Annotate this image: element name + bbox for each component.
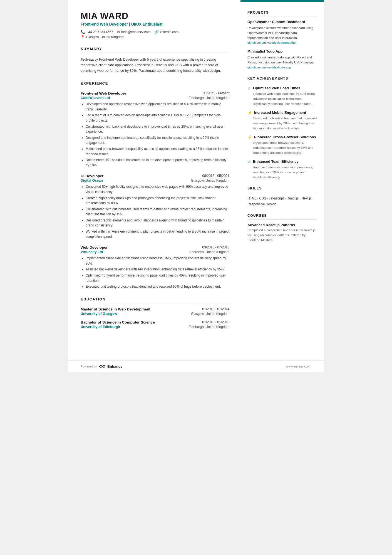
- edu-date-2: 01/2010 - 01/2013: [202, 320, 229, 324]
- edu-degree-1: Master of Science in Web Development: [81, 307, 150, 311]
- exp-date-3: 03/2015 - 07/2018: [202, 245, 229, 249]
- achievement-title-3: Pioneered Cross-Browser Solutions: [254, 135, 316, 140]
- exp-entry-2: UI Developer 08/2018 - 05/2021 Digital O…: [81, 174, 229, 239]
- code-icon-2: ⚡: [247, 110, 252, 115]
- exp-entry-1: Front-end Web Developer 06/2021 - Presen…: [81, 91, 229, 168]
- project-title-2: Minimalist Todo App: [247, 49, 317, 54]
- achievement-title-4: Enhanced Team Efficiency: [253, 159, 299, 164]
- projects-section: PROJECTS OpenWeather Custom Dashboard De…: [247, 11, 317, 70]
- achievement-header-4: ☆ Enhanced Team Efficiency: [247, 159, 317, 164]
- phone-number: +44 20 7123 4567: [86, 30, 113, 34]
- projects-title: PROJECTS: [247, 11, 317, 14]
- exp-location-2: Glasgow, United Kingdom: [191, 179, 229, 182]
- exp-date-1: 06/2021 - Present: [203, 91, 229, 95]
- edu-entry-1: Master of Science in Web Development 01/…: [81, 307, 229, 316]
- project-entry-1: OpenWeather Custom Dashboard Developed a…: [247, 20, 317, 45]
- achievement-header-3: ⚡ Pioneered Cross-Browser Solutions: [247, 135, 317, 140]
- edu-school-2: University of Edinburgh: [81, 325, 120, 329]
- linkedin-icon: 🔗: [154, 30, 159, 34]
- achievement-entry-3: ⚡ Pioneered Cross-Browser Solutions Deve…: [247, 135, 317, 155]
- bullet-item: Maintained cross-browser compatibility a…: [86, 146, 229, 157]
- summary-text: Tech-savvy Front-end Web Developer with …: [81, 57, 229, 73]
- courses-section: COURSES Advanced React.js Patterns Compl…: [247, 214, 317, 243]
- exp-entry-3: Web Developer 03/2015 - 07/2018 Virtuosi…: [81, 245, 229, 289]
- linkedin-url: linkedin.com: [160, 30, 178, 34]
- candidate-tagline: Front-end Web Developer | UI/UX Enthusia…: [81, 22, 229, 26]
- candidate-name: MIA WARD: [81, 11, 229, 21]
- exp-title-1: Front-end Web Developer: [81, 91, 126, 95]
- course-title-1: Advanced React.js Patterns: [247, 223, 317, 227]
- exp-title-2: UI Developer: [81, 174, 104, 178]
- project-link-2: github.com/miwarddev/todo-app: [247, 66, 291, 69]
- exp-location-1: Edinburgh, United Kingdom: [188, 96, 229, 100]
- courses-divider: [247, 219, 317, 219]
- right-col-content: PROJECTS OpenWeather Custom Dashboard De…: [240, 2, 324, 258]
- skills-title: SKILLS: [247, 186, 317, 190]
- email-item: ✉ help@enhancv.com: [117, 30, 150, 34]
- achievement-header-1: ☆ Optimised Web Load Times: [247, 86, 317, 91]
- experience-section: EXPERIENCE Front-end Web Developer 06/20…: [81, 81, 229, 289]
- project-desc-2: Created a minimalist todo app with React…: [247, 55, 317, 70]
- resume-header: MIA WARD Front-end Web Developer | UI/UX…: [81, 11, 229, 39]
- exp-date-2: 08/2018 - 05/2021: [202, 174, 229, 178]
- email-icon: ✉: [117, 30, 120, 34]
- left-column: MIA WARD Front-end Web Developer | UI/UX…: [68, 0, 240, 360]
- footer-left: Powered by Enhancv: [81, 364, 122, 369]
- linkedin-item: 🔗 linkedin.com: [154, 30, 178, 34]
- star-icon-4: ☆: [247, 159, 251, 164]
- edu-header-1: Master of Science in Web Development 01/…: [81, 307, 229, 311]
- exp-location-3: Aberdeen, United Kingdom: [189, 250, 229, 254]
- courses-title: COURSES: [247, 214, 317, 218]
- education-title: EDUCATION: [81, 297, 229, 301]
- education-section: EDUCATION Master of Science in Web Devel…: [81, 297, 229, 329]
- email-address: help@enhancv.com: [121, 30, 150, 34]
- exp-title-3: Web Developer: [81, 245, 108, 250]
- brand-name: Enhancv: [107, 364, 122, 369]
- skills-section: SKILLS HTML · CSS · Javascript · React.j…: [247, 186, 317, 207]
- education-divider: [81, 303, 229, 303]
- bullet-item: Assisted back-end developers with API in…: [86, 267, 229, 272]
- project-title-1: OpenWeather Custom Dashboard: [247, 20, 317, 24]
- exp-company-3: Virtuosity Ltd: [81, 250, 103, 254]
- exp-header-2: UI Developer 08/2018 - 05/2021: [81, 174, 229, 178]
- achievements-section: KEY ACHIEVEMENTS ☆ Optimised Web Load Ti…: [247, 77, 317, 180]
- exp-bullets-3: Implemented client-side applications usi…: [81, 256, 229, 289]
- edu-degree-2: Bachelor of Science in Computer Science: [81, 320, 155, 324]
- achievement-desc-1: Reduced web page load time by 30% using …: [247, 92, 317, 106]
- skills-divider: [247, 192, 317, 192]
- bullet-item: Converted 50+ high-fidelity designs into…: [86, 184, 229, 194]
- achievement-desc-2: Designed mobile-first features that incr…: [247, 116, 317, 131]
- achievement-title-1: Optimised Web Load Times: [253, 86, 300, 91]
- edu-location-2: Edinburgh, United Kingdom: [188, 325, 229, 329]
- project-link-1: github.com/miwarddev/openweather: [247, 41, 297, 44]
- enhancv-logo: Enhancv: [98, 364, 122, 369]
- achievement-title-2: Increased Mobile Engagement: [254, 110, 306, 115]
- course-entry-1: Advanced React.js Patterns Completed a c…: [247, 223, 317, 243]
- edu-location-1: Glasgow, United Kingdom: [191, 312, 229, 316]
- achievements-title: KEY ACHIEVEMENTS: [247, 77, 317, 80]
- bullet-item: Executed unit testing protocols that ide…: [86, 284, 229, 289]
- exp-header-1: Front-end Web Developer 06/2021 - Presen…: [81, 91, 229, 95]
- course-desc-1: Completed a comprehensive course on Reac…: [247, 228, 317, 243]
- exp-subrow-1: CodeWeavers Ltd Edinburgh, United Kingdo…: [81, 96, 229, 100]
- footer-website: www.enhancv.com: [286, 365, 311, 368]
- project-entry-2: Minimalist Todo App Created a minimalist…: [247, 49, 317, 70]
- skills-text: HTML · CSS · Javascript · React.js · Nex…: [247, 196, 317, 207]
- bullet-item: Collaborated with customer-focused teams…: [86, 207, 229, 217]
- achievement-desc-4: Improved team documentation processes, r…: [247, 165, 317, 180]
- achievement-header-2: ⚡ Increased Mobile Engagement: [247, 110, 317, 115]
- edu-entry-2: Bachelor of Science in Computer Science …: [81, 320, 229, 329]
- bullet-item: Worked within an Agile environment to pl…: [86, 229, 229, 239]
- logo-svg: [98, 364, 106, 369]
- exp-header-3: Web Developer 03/2015 - 07/2018: [81, 245, 229, 250]
- teal-top-bar: [240, 0, 324, 2]
- project-desc-1: Developed a custom weather dashboard usi…: [247, 26, 317, 45]
- bullet-item: Optimised front-end performance, reducin…: [86, 273, 229, 283]
- right-column: PROJECTS OpenWeather Custom Dashboard De…: [240, 0, 324, 360]
- edu-subrow-2: University of Edinburgh Edinburgh, Unite…: [81, 325, 229, 329]
- achievement-desc-3: Developed cross-browser solutions, reduc…: [247, 140, 317, 155]
- edu-date-1: 01/2013 - 01/2014: [202, 307, 229, 311]
- bullet-item: Developed and optimised responsive web a…: [86, 102, 229, 112]
- exp-bullets-1: Developed and optimised responsive web a…: [81, 102, 229, 168]
- exp-subrow-2: Digital Ocean Glasgow, United Kingdom: [81, 179, 229, 182]
